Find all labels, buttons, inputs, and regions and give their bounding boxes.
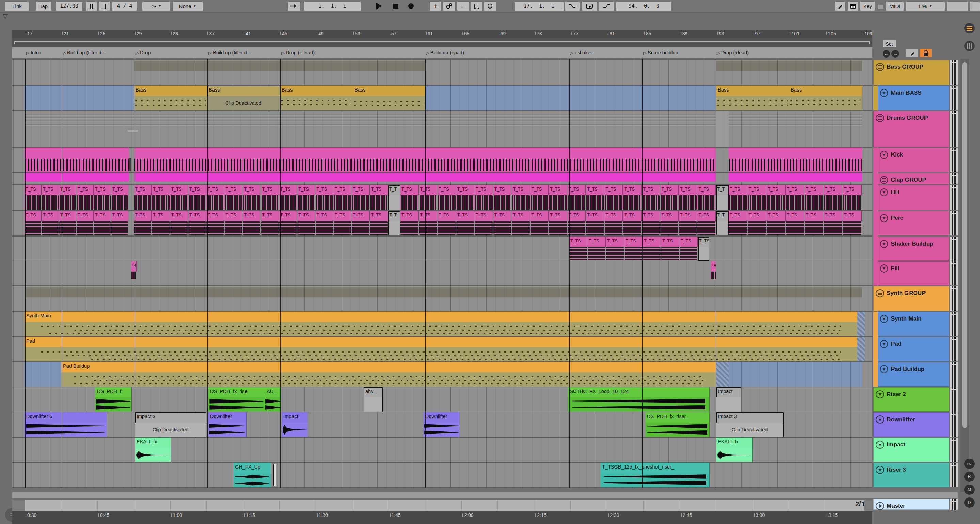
ruler-bar-65[interactable]: 65 (462, 31, 469, 37)
arrangement-lock-button[interactable] (920, 49, 932, 57)
clip-audio-loop[interactable]: T_TS (316, 185, 333, 210)
locator-build-up-pad-[interactable]: ▷Build up (+pad) (426, 49, 464, 57)
ruler-bar-29[interactable]: 29 (135, 31, 142, 37)
ruler-bar-61[interactable]: 61 (426, 31, 433, 37)
clip-audio-loop[interactable]: T_TS (243, 211, 261, 235)
fold-icon[interactable] (880, 188, 888, 196)
clip-audio-loop[interactable]: T_TS (824, 211, 842, 235)
lane-clap-group[interactable] (12, 173, 872, 184)
track-header-synth-main[interactable]: Synth Main (878, 312, 949, 336)
clip-audio-loop[interactable]: T_TS (316, 211, 333, 235)
clip-deactivated[interactable]: T_T (716, 185, 729, 210)
ruler-bar-41[interactable]: 41 (244, 31, 251, 37)
fold-icon[interactable] (880, 89, 888, 97)
clip-riser[interactable]: AU_ (265, 387, 281, 412)
locator-drop-lead-[interactable]: ▷Drop (+ lead) (281, 49, 315, 57)
play-icon[interactable] (876, 502, 884, 510)
clip-audio-loop[interactable]: T_TS (767, 211, 786, 235)
fold-icon[interactable] (876, 441, 884, 449)
time-label-2:45[interactable]: 2:45 (681, 513, 692, 518)
clip-audio-loop[interactable]: T_TS (586, 211, 605, 235)
clip-bass[interactable]: Bass (134, 86, 207, 110)
track-header-main-bass[interactable]: Main BASS (878, 86, 949, 110)
clip-audio-loop[interactable]: T_TS (660, 211, 679, 235)
lane-hh[interactable]: T_TST_TST_TST_TST_TST_TST_TST_TST_TST_TS… (12, 185, 872, 210)
clip-kick[interactable] (24, 148, 129, 172)
clip-audio-loop[interactable]: T_TS (334, 211, 352, 235)
clip-audio-loop[interactable]: T_TS (419, 211, 438, 235)
loop-region-button[interactable] (582, 2, 597, 11)
fold-icon[interactable] (880, 315, 888, 323)
clip-pad-buildup[interactable]: Pad Buildup (61, 362, 716, 386)
clip-kick[interactable] (729, 148, 862, 172)
group-icon[interactable] (876, 63, 884, 71)
time-label-3:00[interactable]: 3:00 (754, 513, 765, 518)
draw-mode-button[interactable] (835, 2, 845, 11)
vertical-scrollbar[interactable] (962, 62, 967, 428)
clip-synth-main[interactable]: Synth Main (24, 312, 858, 336)
tempo-display[interactable]: 127.00 (56, 2, 83, 11)
clip-clap-summary[interactable] (134, 173, 716, 182)
ruler-bar-85[interactable]: 85 (644, 31, 651, 37)
clip-audio-loop[interactable]: T_TS (697, 185, 716, 210)
nudge-down-button[interactable] (86, 2, 97, 11)
clip-bass[interactable]: Bass (280, 86, 353, 110)
clip-kick[interactable] (134, 148, 716, 172)
clip-audio-loop[interactable]: T_TS (843, 211, 862, 235)
ruler-bar-45[interactable]: 45 (280, 31, 287, 37)
clip-audio-loop[interactable]: T_TS (352, 185, 369, 210)
clip-audio-loop[interactable]: T_TS (493, 211, 512, 235)
clip-audio-loop[interactable]: T_TS (370, 211, 388, 235)
clip-audio-loop[interactable]: T_TS (660, 185, 679, 210)
track-header-synth-group[interactable]: Synth GROUP (873, 286, 949, 311)
ruler-bar-33[interactable]: 33 (171, 31, 178, 37)
clip-riser[interactable]: DS_PDH_fx_rise (208, 387, 265, 412)
clip-audio-loop[interactable]: T_TS (279, 211, 297, 235)
loop-brace-row[interactable] (12, 38, 872, 47)
play-button[interactable] (374, 2, 385, 11)
time-label-1:00[interactable]: 1:00 (171, 513, 182, 518)
ruler-bar-81[interactable]: 81 (608, 31, 615, 37)
group-icon[interactable] (876, 114, 884, 122)
horizontal-scrollbar[interactable] (12, 492, 958, 499)
lane-perc[interactable]: T_TST_TST_TST_TST_TST_TST_TST_TST_TST_TS… (12, 211, 872, 235)
fold-icon[interactable] (876, 466, 884, 474)
lane-synth-main[interactable]: Synth Main (12, 312, 872, 336)
clip-audio-loop[interactable]: T_TS (570, 237, 587, 260)
nudge-up-button[interactable] (99, 2, 110, 11)
clip-audio-loop[interactable]: T_TS (111, 211, 128, 235)
clip-audio-loop[interactable]: T_TS (729, 185, 748, 210)
punch-in-button[interactable] (565, 2, 579, 11)
clip-audio-loop[interactable]: T_TS (170, 185, 188, 210)
clip-audio-loop[interactable]: T_TS (261, 185, 279, 210)
clip-audio-loop[interactable]: T_TS (824, 185, 842, 210)
clip-audio-loop[interactable]: T_TS (697, 211, 716, 235)
locator-build-up-filter-d-[interactable]: ▷Build up (filter d... (208, 49, 251, 57)
fold-icon[interactable] (876, 390, 884, 399)
locator-snare-buildup[interactable]: ▷Snare buildup (643, 49, 678, 57)
track-header-riser-2[interactable]: Riser 2 (873, 387, 949, 412)
clip-audio-loop[interactable]: T_TS (623, 185, 641, 210)
mixer-toggle-m[interactable]: M (964, 484, 975, 495)
clip-impact[interactable]: EKALI_fx (135, 438, 171, 462)
time-label-1:30[interactable]: 1:30 (317, 513, 328, 518)
clip-audio-loop[interactable]: T_TS (748, 211, 767, 235)
clip-audio-loop[interactable]: T_TS (188, 211, 206, 235)
stop-button[interactable] (390, 2, 401, 11)
clip-audio-loop[interactable]: T_TS (94, 211, 111, 235)
lane-bass-group[interactable] (12, 60, 872, 85)
clip-bass[interactable]: Bass (716, 86, 789, 110)
clip-riser[interactable]: T_TSGB_125_fx_oneshot_riser_ (600, 463, 710, 487)
clip-audio-loop[interactable]: T_TS (680, 237, 698, 260)
time-label-1:15[interactable]: 1:15 (244, 513, 255, 518)
track-header-bass-group[interactable]: Bass GROUP (873, 60, 949, 85)
locator-drop-lead-[interactable]: ▷Drop (+lead) (717, 49, 749, 57)
track-header-pad[interactable]: Pad (878, 337, 949, 361)
clip-audio-loop[interactable]: T_TS (297, 211, 315, 235)
group-icon[interactable] (876, 289, 884, 297)
time-label-2:30[interactable]: 2:30 (608, 513, 619, 518)
clip-audio-loop[interactable]: T_TS (843, 185, 862, 210)
clip-audio-loop[interactable]: T_TS (568, 185, 586, 210)
clip-audio-loop[interactable]: T_TS (94, 185, 111, 210)
clip-audio-loop[interactable]: T_TS (805, 211, 823, 235)
